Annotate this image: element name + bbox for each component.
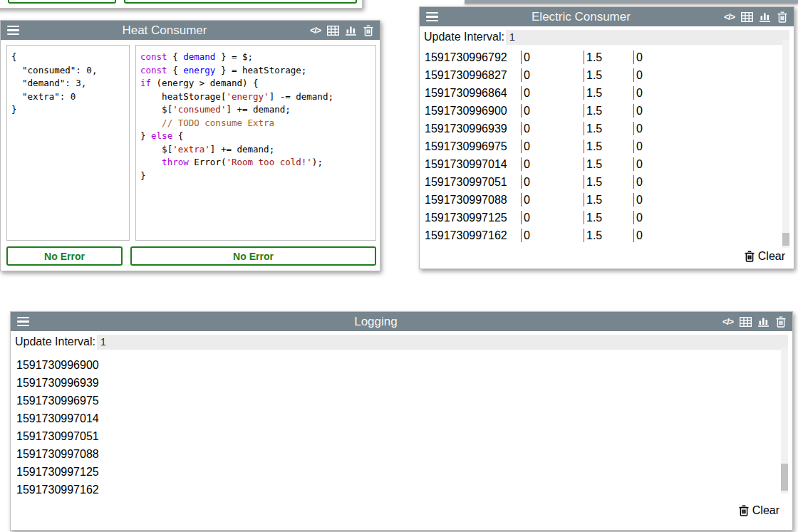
script-code-line: const { demand } = $; — [140, 51, 371, 64]
value-cell: 1.5 — [584, 157, 633, 171]
widget-title: Electric Consumer — [438, 10, 724, 24]
update-interval-label: Update Interval: — [424, 31, 504, 43]
code-view-icon[interactable]: </> — [722, 317, 733, 327]
log-list: 1591730996900159173099693915917309969751… — [16, 356, 99, 499]
chart-view-icon[interactable] — [760, 11, 771, 22]
timestamp-cell: 1591730997051 — [420, 176, 521, 189]
state-json-editor[interactable]: { "consumed": 0, "demand": 3, "extra": 0… — [6, 45, 130, 241]
value-cell: 0 — [521, 104, 584, 118]
value-cell: 0 — [633, 229, 690, 242]
value-cell: 0 — [521, 211, 584, 224]
script-code-line: heatStorage['energy'] -= demand; — [140, 90, 371, 104]
table-row: 159173099708801.50 — [420, 191, 779, 209]
trash-icon[interactable] — [777, 11, 787, 23]
value-cell: 1.5 — [584, 211, 633, 224]
timestamp-cell: 1591730996975 — [420, 140, 521, 153]
table-row: 159173099716201.50 — [420, 226, 779, 244]
value-cell: 1.5 — [584, 193, 633, 207]
scrollbar[interactable] — [781, 348, 788, 494]
value-cell: 0 — [633, 68, 690, 82]
clear-button[interactable]: Clear — [739, 504, 779, 517]
timestamp-cell: 1591730996864 — [420, 87, 521, 100]
status-badge: No Error — [8, 0, 116, 4]
status-badge: No Error — [6, 246, 123, 266]
timestamp-cell: 1591730997014 — [420, 158, 521, 171]
value-cell: 0 — [521, 140, 584, 153]
script-editor[interactable]: const { demand } = $;const { energy } = … — [135, 45, 376, 241]
clear-button-label: Clear — [752, 504, 779, 517]
heat-consumer-header: Heat Consumer </> — [1, 21, 380, 40]
value-cell: 0 — [633, 140, 690, 153]
update-interval-input[interactable] — [97, 335, 788, 350]
menu-icon[interactable] — [17, 317, 29, 327]
table-row: 159173099712501.50 — [420, 209, 779, 226]
timestamp-cell: 1591730996792 — [420, 51, 521, 64]
value-cell: 0 — [521, 122, 584, 135]
timestamp-cell: 1591730997088 — [420, 194, 521, 207]
script-code-line: $['consumed'] += demand; — [140, 103, 371, 117]
table-view-icon[interactable] — [741, 12, 753, 22]
json-code-line: } — [11, 103, 125, 117]
scrollbar-thumb[interactable] — [781, 464, 788, 491]
logging-header: Logging </> — [11, 312, 792, 331]
data-table: 159173099679201.50159173099682701.501591… — [420, 48, 779, 244]
value-cell: 0 — [633, 104, 690, 118]
update-interval-input[interactable] — [506, 30, 789, 45]
table-row: 159173099701401.50 — [420, 155, 779, 173]
script-code-line: } — [140, 169, 371, 183]
value-cell: 0 — [633, 122, 690, 135]
table-row: 159173099686401.50 — [420, 84, 779, 102]
chart-view-icon[interactable] — [758, 316, 770, 327]
json-code-line: { — [11, 51, 125, 64]
value-cell: 1.5 — [584, 68, 633, 82]
script-code-line: } else { — [140, 130, 371, 143]
log-entry: 1591730997088 — [16, 445, 99, 463]
value-cell: 0 — [521, 157, 584, 171]
clear-button-label: Clear — [758, 250, 785, 263]
table-view-icon[interactable] — [740, 317, 752, 327]
code-view-icon[interactable]: </> — [724, 12, 735, 22]
menu-icon[interactable] — [426, 12, 438, 22]
widget-electric-consumer: Electric Consumer </> — [419, 6, 794, 269]
value-cell: 0 — [633, 211, 690, 224]
value-cell: 0 — [633, 193, 690, 207]
value-cell: 0 — [633, 157, 690, 171]
log-entry: 1591730997125 — [16, 463, 99, 481]
log-entry: 1591730997014 — [16, 410, 99, 427]
widget-title: Logging — [29, 315, 722, 329]
cutoff-widget-edge — [465, 0, 798, 4]
value-cell: 0 — [633, 86, 690, 100]
code-view-icon[interactable]: </> — [310, 26, 321, 36]
json-code-line: "demand": 3, — [11, 77, 125, 90]
json-code-line: "extra": 0 — [11, 90, 125, 104]
chart-view-icon[interactable] — [346, 25, 357, 36]
value-cell: 0 — [521, 193, 584, 207]
script-code-line: if (energy > demand) { — [140, 77, 371, 90]
trash-icon[interactable] — [363, 25, 373, 36]
widget-title: Heat Consumer — [19, 24, 310, 38]
status-badge: No Error — [124, 0, 357, 4]
table-view-icon[interactable] — [327, 26, 339, 36]
timestamp-cell: 1591730996939 — [420, 122, 521, 135]
value-cell: 1.5 — [584, 140, 633, 153]
script-code-line: throw Error('Room too cold!'); — [140, 156, 371, 169]
scrollbar[interactable] — [782, 40, 789, 248]
menu-icon[interactable] — [7, 26, 19, 36]
value-cell: 0 — [633, 175, 690, 189]
table-row: 159173099693901.50 — [420, 120, 779, 137]
timestamp-cell: 1591730997162 — [420, 229, 521, 242]
log-entry: 1591730996939 — [16, 374, 99, 392]
trash-icon[interactable] — [776, 316, 786, 328]
value-cell: 1.5 — [584, 122, 633, 135]
script-code-line: const { energy } = heatStorage; — [140, 64, 371, 78]
timestamp-cell: 1591730997125 — [420, 212, 521, 224]
table-row: 159173099682701.50 — [420, 66, 779, 84]
table-row: 159173099679201.50 — [420, 48, 779, 66]
trash-icon — [745, 251, 755, 262]
log-entry: 1591730997162 — [16, 481, 99, 499]
timestamp-cell: 1591730996827 — [420, 69, 521, 82]
value-cell: 0 — [521, 51, 584, 64]
clear-button[interactable]: Clear — [745, 250, 785, 263]
value-cell: 0 — [521, 68, 584, 82]
scrollbar-thumb[interactable] — [782, 233, 789, 246]
